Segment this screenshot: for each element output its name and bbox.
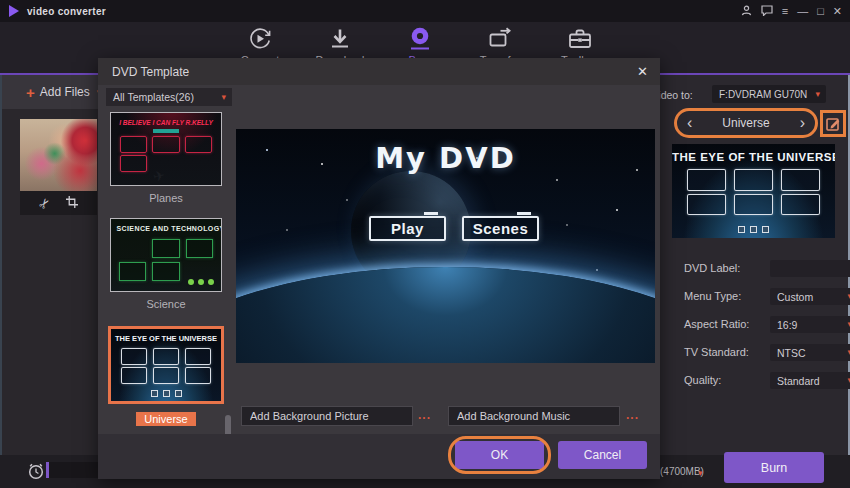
chevron-left-icon[interactable]: ‹ bbox=[687, 115, 692, 131]
burn-settings-panel: Burn video to: F:DVDRAM GU70N ▾ ‹ Univer… bbox=[660, 75, 848, 455]
template-filter-value: All Templates(26) bbox=[113, 91, 194, 103]
browse-music-button[interactable]: ... bbox=[626, 408, 639, 422]
video-clip-thumbnail[interactable] bbox=[20, 119, 97, 191]
cancel-button[interactable]: Cancel bbox=[558, 441, 647, 469]
dialog-footer: OK Cancel bbox=[98, 434, 660, 479]
template-thumb-science[interactable]: SCIENCE AND TECHNOLOGY bbox=[110, 218, 222, 292]
template-preview-caption: THE EYE OF THE UNIVERSE bbox=[672, 151, 835, 163]
dvd-menu-preview: My DVD Play Scenes bbox=[236, 129, 655, 363]
template-preview-frames bbox=[687, 169, 821, 215]
template-item-universe-selected[interactable]: THE EYE OF THE UNIVERSE Universe bbox=[106, 326, 226, 427]
crop-icon[interactable] bbox=[66, 194, 78, 212]
dialog-header: DVD Template ✕ bbox=[98, 58, 660, 85]
planes-frames bbox=[120, 136, 212, 172]
app-title: video converter bbox=[27, 6, 106, 17]
planes-subtitle-bar bbox=[153, 129, 179, 133]
quality-label: Quality: bbox=[684, 374, 721, 386]
dvd-label-label: DVD Label: bbox=[684, 262, 740, 274]
template-carousel-value: Universe bbox=[722, 116, 769, 130]
planes-caption: I BELIEVE I CAN FLY R.KELLY bbox=[111, 119, 221, 126]
alarm-clock-icon bbox=[26, 461, 46, 485]
edit-template-button[interactable] bbox=[820, 110, 846, 137]
template-item-science[interactable]: SCIENCE AND TECHNOLOGY Science bbox=[106, 218, 226, 310]
science-dots bbox=[188, 279, 214, 285]
burn-device-dropdown[interactable]: F:DVDRAM GU70N ▾ bbox=[712, 85, 826, 103]
menu-scenes-button[interactable]: Scenes bbox=[462, 216, 539, 241]
trim-scissors-icon[interactable]: ✂ bbox=[35, 194, 54, 212]
template-name: Planes bbox=[106, 192, 226, 204]
tv-standard-value: NTSC bbox=[777, 347, 806, 359]
dvd-template-dialog: DVD Template ✕ All Templates(26) ▾ I BEL… bbox=[98, 58, 660, 479]
menu-type-value: Custom bbox=[777, 291, 813, 303]
add-files-label: Add Files bbox=[40, 85, 90, 99]
titlebar: video converter ≡ — □ ✕ bbox=[0, 0, 850, 22]
feedback-chat-icon[interactable] bbox=[761, 2, 773, 20]
ok-button[interactable]: OK bbox=[455, 441, 544, 469]
menu-play-button[interactable]: Play bbox=[369, 216, 446, 241]
add-files-button[interactable]: + Add Files ▾ bbox=[26, 84, 101, 101]
plus-icon: + bbox=[26, 84, 35, 101]
burn-button[interactable]: Burn bbox=[724, 452, 824, 483]
edit-pencil-icon bbox=[825, 116, 841, 132]
dialog-close-icon[interactable]: ✕ bbox=[637, 64, 648, 79]
maximize-icon[interactable]: □ bbox=[817, 6, 824, 17]
close-window-icon[interactable]: ✕ bbox=[833, 6, 842, 17]
burn-disc-icon bbox=[407, 26, 433, 52]
convert-icon bbox=[247, 26, 273, 52]
caret-down-icon: ▾ bbox=[221, 93, 226, 102]
dvd-label-row: DVD Label: bbox=[684, 260, 844, 277]
template-filter-dropdown[interactable]: All Templates(26) ▾ bbox=[106, 88, 232, 106]
menu-type-dropdown[interactable]: Custom ▾ bbox=[770, 288, 850, 305]
quality-value: Standard bbox=[777, 375, 820, 387]
browse-picture-button[interactable]: ... bbox=[418, 408, 431, 422]
aspect-ratio-dropdown[interactable]: 16:9 ▾ bbox=[770, 316, 850, 333]
transfer-icon bbox=[487, 26, 513, 52]
clip-toolbar: ✂ bbox=[20, 191, 97, 215]
background-music-field[interactable] bbox=[448, 406, 620, 426]
science-frames bbox=[119, 239, 214, 281]
tv-standard-row: TV Standard: NTSC ▾ bbox=[684, 344, 844, 361]
dvd-menu-title: My DVD bbox=[236, 141, 655, 175]
tv-standard-dropdown[interactable]: NTSC ▾ bbox=[770, 344, 850, 361]
minimize-icon[interactable]: — bbox=[797, 6, 808, 17]
user-account-icon[interactable] bbox=[741, 2, 752, 20]
caret-down-icon: ▾ bbox=[815, 90, 820, 99]
chevron-right-icon[interactable]: › bbox=[800, 115, 805, 131]
dialog-title: DVD Template bbox=[112, 65, 189, 79]
universe-dots bbox=[111, 390, 221, 397]
aspect-ratio-label: Aspect Ratio: bbox=[684, 318, 749, 330]
quality-row: Quality: Standard ▾ bbox=[684, 372, 844, 389]
universe-caption: THE EYE OF THE UNIVERSE bbox=[111, 334, 221, 343]
aspect-ratio-row: Aspect Ratio: 16:9 ▾ bbox=[684, 316, 844, 333]
template-carousel[interactable]: ‹ Universe › bbox=[674, 108, 818, 138]
template-name: Science bbox=[106, 298, 226, 310]
menu-type-label: Menu Type: bbox=[684, 290, 741, 302]
burn-device-value: F:DVDRAM GU70N bbox=[719, 89, 807, 100]
earth-horizon-decoration bbox=[236, 267, 655, 363]
app-logo-icon bbox=[9, 5, 19, 17]
background-picture-field[interactable] bbox=[241, 406, 413, 426]
universe-frames bbox=[121, 348, 211, 383]
template-item-planes[interactable]: I BELIEVE I CAN FLY R.KELLY ✈ Planes bbox=[106, 112, 226, 204]
template-thumb-universe[interactable]: THE EYE OF THE UNIVERSE bbox=[108, 326, 224, 404]
tv-standard-label: TV Standard: bbox=[684, 346, 749, 358]
quality-dropdown[interactable]: Standard ▾ bbox=[770, 372, 850, 389]
toolbox-icon bbox=[567, 26, 593, 52]
app-window: video converter ≡ — □ ✕ Convert Download… bbox=[0, 0, 850, 488]
menu-type-row: Menu Type: Custom ▾ bbox=[684, 288, 844, 305]
capacity-caret-icon[interactable]: ▾ bbox=[698, 468, 703, 478]
template-name-selected: Universe bbox=[136, 412, 195, 426]
dvd-label-input[interactable] bbox=[770, 260, 850, 277]
science-caption: SCIENCE AND TECHNOLOGY bbox=[117, 225, 223, 232]
aspect-ratio-value: 16:9 bbox=[777, 319, 797, 331]
menu-icon[interactable]: ≡ bbox=[782, 6, 788, 17]
media-list-panel: ✂ bbox=[2, 109, 98, 455]
download-icon bbox=[327, 26, 353, 52]
template-preview-thumbnail: THE EYE OF THE UNIVERSE bbox=[672, 144, 835, 238]
template-preview-nav-dots bbox=[672, 226, 835, 233]
template-thumb-planes[interactable]: I BELIEVE I CAN FLY R.KELLY ✈ bbox=[110, 112, 222, 186]
